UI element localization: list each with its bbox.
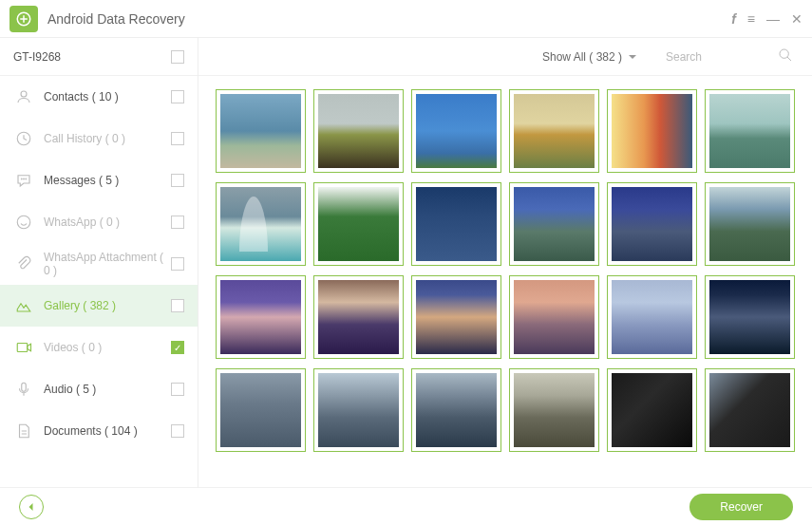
thumbnail[interactable] — [411, 275, 501, 359]
thumbnail-image — [220, 94, 301, 168]
sidebar-item-label: Messages ( 5 ) — [44, 174, 171, 187]
sidebar-item-whatsapp[interactable]: WhatsApp ( 0 ) — [0, 201, 198, 243]
toolbar: Show All ( 382 ) — [198, 38, 812, 76]
thumbnail-image — [709, 94, 790, 168]
thumbnail[interactable] — [216, 275, 306, 359]
category-checkbox[interactable] — [171, 424, 184, 438]
thumbnail[interactable] — [509, 89, 599, 173]
thumbnail-image — [318, 94, 399, 168]
sidebar-item-clock[interactable]: Call History ( 0 ) — [0, 118, 198, 159]
category-checkbox[interactable] — [171, 341, 184, 354]
sidebar-item-documents[interactable]: Documents ( 104 ) — [0, 410, 198, 452]
thumbnail[interactable] — [607, 275, 697, 359]
minimize-icon[interactable]: — — [766, 11, 780, 27]
contacts-icon — [13, 88, 34, 105]
svg-point-1 — [21, 91, 27, 97]
thumbnail[interactable] — [313, 368, 404, 452]
category-checkbox[interactable] — [171, 90, 184, 103]
category-checkbox[interactable] — [171, 383, 184, 396]
svg-rect-8 — [22, 383, 27, 391]
category-checkbox[interactable] — [171, 299, 184, 312]
svg-point-3 — [21, 178, 22, 179]
sidebar: GT-I9268 Contacts ( 10 )Call History ( 0… — [0, 38, 198, 487]
sidebar-item-label: Call History ( 0 ) — [44, 132, 171, 145]
thumbnail-image — [220, 187, 301, 261]
search-input[interactable] — [666, 50, 770, 64]
thumbnail[interactable] — [607, 89, 697, 173]
thumbnail[interactable] — [705, 89, 795, 173]
recover-button[interactable]: Recover — [689, 494, 793, 520]
thumbnail[interactable] — [313, 182, 404, 266]
facebook-icon[interactable]: f — [731, 11, 736, 27]
search-icon[interactable] — [778, 47, 793, 66]
thumbnail[interactable] — [216, 89, 306, 173]
thumbnail-image — [220, 280, 301, 354]
sidebar-item-label: Gallery ( 382 ) — [44, 299, 171, 312]
sidebar-item-audio[interactable]: Audio ( 5 ) — [0, 368, 198, 410]
thumbnail-image — [709, 373, 790, 447]
svg-point-6 — [17, 216, 30, 229]
thumbnail[interactable] — [509, 368, 599, 452]
thumbnail-image — [612, 94, 692, 168]
thumbnail[interactable] — [705, 275, 795, 359]
thumbnail-image — [416, 94, 497, 168]
thumbnail-image — [318, 280, 399, 354]
svg-point-4 — [24, 178, 25, 179]
back-button[interactable] — [19, 495, 44, 519]
sidebar-item-label: Videos ( 0 ) — [44, 341, 171, 354]
thumbnail[interactable] — [411, 89, 501, 173]
thumbnail-image — [514, 373, 595, 447]
thumbnail-image — [220, 373, 301, 447]
thumbnail[interactable] — [313, 89, 404, 173]
thumbnail[interactable] — [411, 182, 501, 266]
app-title: Android Data Recovery — [47, 11, 731, 27]
thumbnail-image — [416, 373, 497, 447]
footer: Recover — [0, 487, 812, 525]
thumbnail-image — [709, 187, 790, 261]
category-checkbox[interactable] — [171, 174, 184, 187]
sidebar-item-label: WhatsApp ( 0 ) — [44, 216, 171, 229]
thumbnail[interactable] — [216, 368, 306, 452]
svg-rect-7 — [17, 344, 28, 352]
filter-dropdown[interactable]: Show All ( 382 ) — [542, 50, 637, 64]
thumbnail-image — [514, 94, 595, 168]
thumbnail[interactable] — [411, 368, 501, 452]
thumbnail-image — [318, 373, 399, 447]
close-icon[interactable]: ✕ — [791, 11, 803, 27]
thumbnail[interactable] — [216, 182, 306, 266]
videos-icon — [13, 339, 34, 356]
menu-icon[interactable]: ≡ — [747, 11, 755, 27]
thumbnail-grid — [198, 76, 812, 487]
titlebar: Android Data Recovery f ≡ — ✕ — [0, 0, 812, 38]
chevron-down-icon — [628, 52, 637, 62]
thumbnail[interactable] — [313, 275, 404, 359]
category-checkbox[interactable] — [171, 216, 184, 229]
thumbnail-image — [416, 280, 497, 354]
svg-point-5 — [26, 178, 27, 179]
thumbnail[interactable] — [509, 182, 599, 266]
thumbnail[interactable] — [607, 182, 697, 266]
thumbnail[interactable] — [607, 368, 697, 452]
sidebar-item-videos[interactable]: Videos ( 0 ) — [0, 327, 198, 368]
clock-icon — [13, 130, 34, 147]
sidebar-item-attachment[interactable]: WhatsApp Attachment ( 0 ) — [0, 243, 198, 285]
svg-point-9 — [780, 49, 788, 58]
attachment-icon — [13, 255, 34, 272]
device-checkbox[interactable] — [171, 50, 184, 64]
category-checkbox[interactable] — [171, 257, 184, 271]
sidebar-item-label: Audio ( 5 ) — [44, 383, 171, 396]
category-checkbox[interactable] — [171, 132, 184, 145]
app-logo — [9, 6, 38, 32]
sidebar-item-gallery[interactable]: Gallery ( 382 ) — [0, 285, 198, 327]
thumbnail-image — [612, 187, 692, 261]
filter-label: Show All ( 382 ) — [542, 50, 622, 64]
thumbnail-image — [514, 280, 595, 354]
thumbnail-image — [514, 187, 595, 261]
sidebar-item-contacts[interactable]: Contacts ( 10 ) — [0, 76, 198, 118]
thumbnail[interactable] — [705, 368, 795, 452]
thumbnail-image — [612, 280, 692, 354]
thumbnail[interactable] — [509, 275, 599, 359]
sidebar-item-messages[interactable]: Messages ( 5 ) — [0, 159, 198, 201]
thumbnail[interactable] — [705, 182, 795, 266]
messages-icon — [13, 172, 34, 189]
